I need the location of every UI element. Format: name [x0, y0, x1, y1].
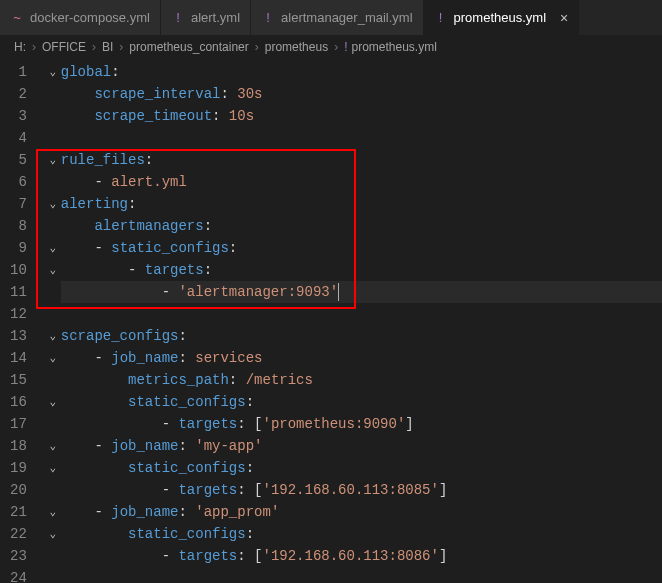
- token: targets: [178, 413, 237, 435]
- code-line[interactable]: alertmanagers:: [61, 215, 662, 237]
- token: job_name: [111, 347, 178, 369]
- token: -: [162, 281, 179, 303]
- breadcrumb-segment[interactable]: prometheus: [265, 40, 328, 54]
- code-line[interactable]: - job_name: 'my-app': [61, 435, 662, 457]
- code-line[interactable]: - targets: ['192.168.60.113:8085']: [61, 479, 662, 501]
- code-line[interactable]: - targets: ['192.168.60.113:8086']: [61, 545, 662, 567]
- token: -: [94, 171, 111, 193]
- editor-scrollbar[interactable]: [650, 60, 660, 570]
- line-number: 6: [10, 171, 27, 193]
- code-line[interactable]: [61, 567, 662, 583]
- fold-toggle-icon[interactable]: ⌄: [45, 325, 61, 347]
- fold-toggle-icon[interactable]: ⌄: [45, 193, 61, 215]
- line-number: 21: [10, 501, 27, 523]
- line-number: 3: [10, 105, 27, 127]
- token: :: [220, 83, 237, 105]
- token: targets: [178, 479, 237, 501]
- token: :: [145, 149, 153, 171]
- token: static_configs: [128, 523, 246, 545]
- code-editor[interactable]: 123456789101112131415161718192021222324 …: [0, 59, 662, 583]
- code-line[interactable]: - alert.yml: [61, 171, 662, 193]
- code-line[interactable]: - job_name: 'app_prom': [61, 501, 662, 523]
- token: scrape_interval: [94, 83, 220, 105]
- code-line[interactable]: - targets: ['prometheus:9090']: [61, 413, 662, 435]
- token: :: [178, 501, 195, 523]
- code-line[interactable]: - static_configs:: [61, 237, 662, 259]
- code-line[interactable]: global:: [61, 61, 662, 83]
- fold-column[interactable]: ⌄⌄⌄⌄⌄⌄⌄⌄⌄⌄⌄⌄: [45, 61, 61, 583]
- chevron-right-icon: ›: [119, 40, 123, 54]
- token: job_name: [111, 435, 178, 457]
- code-line[interactable]: static_configs:: [61, 523, 662, 545]
- fold-toggle-icon[interactable]: ⌄: [45, 501, 61, 523]
- token: scrape_configs: [61, 325, 179, 347]
- fold-toggle-icon[interactable]: ⌄: [45, 523, 61, 545]
- token: [: [254, 545, 262, 567]
- fold-toggle-icon[interactable]: ⌄: [45, 259, 61, 281]
- token: ]: [439, 545, 447, 567]
- chevron-right-icon: ›: [334, 40, 338, 54]
- token: '192.168.60.113:8086': [262, 545, 438, 567]
- token: scrape_timeout: [94, 105, 212, 127]
- line-number: 13: [10, 325, 27, 347]
- token: -: [128, 259, 145, 281]
- line-number: 18: [10, 435, 27, 457]
- breadcrumb-segment[interactable]: prometheus_container: [129, 40, 248, 54]
- breadcrumb-file[interactable]: prometheus.yml: [351, 40, 436, 54]
- token: :: [237, 545, 254, 567]
- fold-toggle-icon[interactable]: ⌄: [45, 347, 61, 369]
- code-line[interactable]: static_configs:: [61, 391, 662, 413]
- token: job_name: [111, 501, 178, 523]
- fold-spacer: [45, 567, 61, 583]
- tab-prometheus-yml[interactable]: !prometheus.yml×: [424, 0, 580, 35]
- breadcrumb[interactable]: H:›OFFICE›BI›prometheus_container›promet…: [0, 35, 662, 59]
- close-icon[interactable]: ×: [560, 10, 568, 26]
- code-line[interactable]: - targets:: [61, 259, 662, 281]
- text-cursor: [338, 283, 339, 301]
- breadcrumb-drive[interactable]: H:: [14, 40, 26, 54]
- token: -: [94, 435, 111, 457]
- tab-docker-compose-yml[interactable]: ~docker-compose.yml: [0, 0, 161, 35]
- code-line[interactable]: rule_files:: [61, 149, 662, 171]
- code-line[interactable]: static_configs:: [61, 457, 662, 479]
- token: global: [61, 61, 111, 83]
- code-line[interactable]: scrape_interval: 30s: [61, 83, 662, 105]
- token: alertmanagers: [94, 215, 203, 237]
- tab-alertmanager-mail-yml[interactable]: !alertmanager_mail.yml: [251, 0, 424, 35]
- fold-toggle-icon[interactable]: ⌄: [45, 61, 61, 83]
- token: :: [246, 523, 254, 545]
- fold-toggle-icon[interactable]: ⌄: [45, 237, 61, 259]
- breadcrumb-segment[interactable]: OFFICE: [42, 40, 86, 54]
- token: rule_files: [61, 149, 145, 171]
- code-line[interactable]: - job_name: services: [61, 347, 662, 369]
- token: services: [195, 347, 262, 369]
- token: :: [246, 391, 254, 413]
- code-line[interactable]: metrics_path: /metrics: [61, 369, 662, 391]
- fold-spacer: [45, 215, 61, 237]
- fold-toggle-icon[interactable]: ⌄: [45, 435, 61, 457]
- token: :: [212, 105, 229, 127]
- code-line[interactable]: [61, 303, 662, 325]
- token: [: [254, 413, 262, 435]
- fold-toggle-icon[interactable]: ⌄: [45, 149, 61, 171]
- fold-spacer: [45, 105, 61, 127]
- docker-icon: ~: [10, 10, 24, 25]
- fold-toggle-icon[interactable]: ⌄: [45, 391, 61, 413]
- token: metrics_path: [128, 369, 229, 391]
- tab-alert-yml[interactable]: !alert.yml: [161, 0, 251, 35]
- breadcrumb-segment[interactable]: BI: [102, 40, 113, 54]
- code-line[interactable]: scrape_configs:: [61, 325, 662, 347]
- code-line[interactable]: [61, 127, 662, 149]
- token: :: [178, 435, 195, 457]
- token: :: [204, 215, 212, 237]
- fold-toggle-icon[interactable]: ⌄: [45, 457, 61, 479]
- tab-label: prometheus.yml: [454, 10, 546, 25]
- token: :: [229, 369, 246, 391]
- token: '192.168.60.113:8085': [262, 479, 438, 501]
- code-line[interactable]: alerting:: [61, 193, 662, 215]
- code-line[interactable]: - 'alertmanager:9093': [61, 281, 662, 303]
- token: targets: [145, 259, 204, 281]
- code-line[interactable]: scrape_timeout: 10s: [61, 105, 662, 127]
- line-number: 24: [10, 567, 27, 583]
- code-content[interactable]: global: scrape_interval: 30s scrape_time…: [61, 61, 662, 583]
